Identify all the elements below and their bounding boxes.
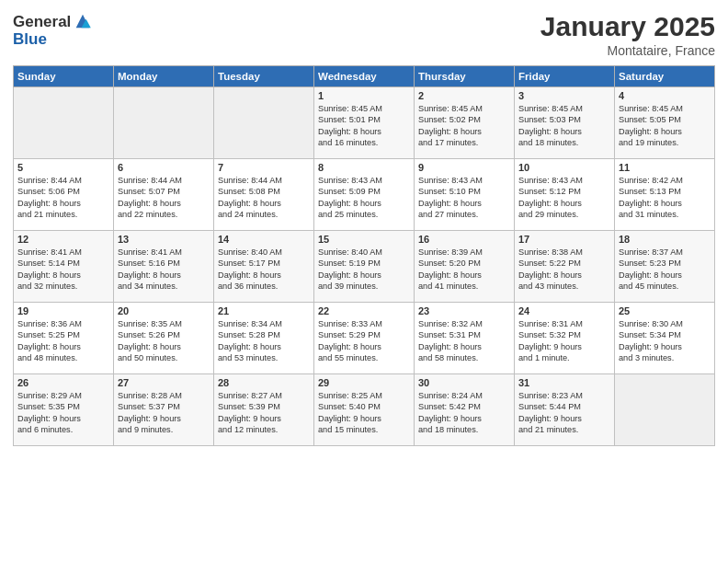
day-number: 30 bbox=[418, 377, 510, 388]
calendar-week-row: 26Sunrise: 8:29 AM Sunset: 5:35 PM Dayli… bbox=[14, 374, 715, 446]
day-number: 4 bbox=[619, 90, 711, 101]
cell-content: Sunrise: 8:45 AM Sunset: 5:02 PM Dayligh… bbox=[418, 103, 510, 149]
day-number: 27 bbox=[118, 377, 210, 388]
day-number: 1 bbox=[318, 90, 410, 101]
day-number: 16 bbox=[418, 234, 510, 245]
table-row: 28Sunrise: 8:27 AM Sunset: 5:39 PM Dayli… bbox=[214, 374, 314, 446]
table-row: 12Sunrise: 8:41 AM Sunset: 5:14 PM Dayli… bbox=[14, 231, 114, 303]
day-number: 21 bbox=[218, 305, 310, 316]
table-row: 10Sunrise: 8:43 AM Sunset: 5:12 PM Dayli… bbox=[515, 159, 615, 231]
table-row: 9Sunrise: 8:43 AM Sunset: 5:10 PM Daylig… bbox=[415, 159, 515, 231]
day-number: 7 bbox=[218, 162, 310, 173]
table-row: 18Sunrise: 8:37 AM Sunset: 5:23 PM Dayli… bbox=[615, 231, 715, 303]
calendar-week-row: 12Sunrise: 8:41 AM Sunset: 5:14 PM Dayli… bbox=[14, 231, 715, 303]
cell-content: Sunrise: 8:41 AM Sunset: 5:14 PM Dayligh… bbox=[17, 247, 109, 293]
day-number: 29 bbox=[318, 377, 410, 388]
cell-content: Sunrise: 8:45 AM Sunset: 5:03 PM Dayligh… bbox=[518, 103, 610, 149]
cell-content: Sunrise: 8:39 AM Sunset: 5:20 PM Dayligh… bbox=[418, 247, 510, 293]
cell-content: Sunrise: 8:33 AM Sunset: 5:29 PM Dayligh… bbox=[318, 318, 410, 364]
cell-content: Sunrise: 8:40 AM Sunset: 5:19 PM Dayligh… bbox=[318, 247, 410, 293]
day-number: 31 bbox=[518, 377, 610, 388]
title-section: January 2025 Montataire, France bbox=[540, 11, 715, 58]
day-number: 8 bbox=[318, 162, 410, 173]
table-row: 6Sunrise: 8:44 AM Sunset: 5:07 PM Daylig… bbox=[114, 159, 214, 231]
cell-content: Sunrise: 8:34 AM Sunset: 5:28 PM Dayligh… bbox=[218, 318, 310, 364]
day-number: 17 bbox=[518, 234, 610, 245]
day-number: 14 bbox=[218, 234, 310, 245]
table-row: 14Sunrise: 8:40 AM Sunset: 5:17 PM Dayli… bbox=[214, 231, 314, 303]
calendar-table: Sunday Monday Tuesday Wednesday Thursday… bbox=[13, 65, 715, 446]
cell-content: Sunrise: 8:40 AM Sunset: 5:17 PM Dayligh… bbox=[218, 247, 310, 293]
col-thursday: Thursday bbox=[415, 66, 515, 87]
cell-content: Sunrise: 8:30 AM Sunset: 5:34 PM Dayligh… bbox=[619, 318, 711, 364]
table-row: 21Sunrise: 8:34 AM Sunset: 5:28 PM Dayli… bbox=[214, 303, 314, 374]
table-row: 30Sunrise: 8:24 AM Sunset: 5:42 PM Dayli… bbox=[415, 374, 515, 446]
cell-content: Sunrise: 8:41 AM Sunset: 5:16 PM Dayligh… bbox=[118, 247, 210, 293]
cell-content: Sunrise: 8:37 AM Sunset: 5:23 PM Dayligh… bbox=[619, 247, 711, 293]
cell-content: Sunrise: 8:36 AM Sunset: 5:25 PM Dayligh… bbox=[17, 318, 109, 364]
month-title: January 2025 bbox=[540, 11, 715, 41]
day-number: 5 bbox=[17, 162, 109, 173]
day-number: 28 bbox=[218, 377, 310, 388]
day-number: 10 bbox=[518, 162, 610, 173]
day-number: 24 bbox=[518, 305, 610, 316]
logo-general: General bbox=[13, 14, 71, 29]
day-number: 6 bbox=[118, 162, 210, 173]
col-tuesday: Tuesday bbox=[214, 66, 314, 87]
day-number: 2 bbox=[418, 90, 510, 101]
day-number: 15 bbox=[318, 234, 410, 245]
cell-content: Sunrise: 8:25 AM Sunset: 5:40 PM Dayligh… bbox=[318, 390, 410, 436]
day-number: 12 bbox=[17, 234, 109, 245]
table-row: 29Sunrise: 8:25 AM Sunset: 5:40 PM Dayli… bbox=[314, 374, 415, 446]
col-monday: Monday bbox=[114, 66, 214, 87]
calendar-week-row: 1Sunrise: 8:45 AM Sunset: 5:01 PM Daylig… bbox=[14, 87, 715, 159]
table-row: 13Sunrise: 8:41 AM Sunset: 5:16 PM Dayli… bbox=[114, 231, 214, 303]
calendar-week-row: 5Sunrise: 8:44 AM Sunset: 5:06 PM Daylig… bbox=[14, 159, 715, 231]
table-row: 4Sunrise: 8:45 AM Sunset: 5:05 PM Daylig… bbox=[615, 87, 715, 159]
cell-content: Sunrise: 8:35 AM Sunset: 5:26 PM Dayligh… bbox=[118, 318, 210, 364]
cell-content: Sunrise: 8:43 AM Sunset: 5:09 PM Dayligh… bbox=[318, 175, 410, 221]
cell-content: Sunrise: 8:44 AM Sunset: 5:08 PM Dayligh… bbox=[218, 175, 310, 221]
cell-content: Sunrise: 8:23 AM Sunset: 5:44 PM Dayligh… bbox=[518, 390, 610, 436]
table-row: 31Sunrise: 8:23 AM Sunset: 5:44 PM Dayli… bbox=[515, 374, 615, 446]
day-number: 18 bbox=[619, 234, 711, 245]
table-row: 2Sunrise: 8:45 AM Sunset: 5:02 PM Daylig… bbox=[415, 87, 515, 159]
cell-content: Sunrise: 8:29 AM Sunset: 5:35 PM Dayligh… bbox=[17, 390, 109, 436]
table-row bbox=[615, 374, 715, 446]
cell-content: Sunrise: 8:31 AM Sunset: 5:32 PM Dayligh… bbox=[518, 318, 610, 364]
day-number: 9 bbox=[418, 162, 510, 173]
cell-content: Sunrise: 8:28 AM Sunset: 5:37 PM Dayligh… bbox=[118, 390, 210, 436]
cell-content: Sunrise: 8:44 AM Sunset: 5:07 PM Dayligh… bbox=[118, 175, 210, 221]
col-friday: Friday bbox=[515, 66, 615, 87]
logo: General Blue bbox=[13, 11, 93, 47]
col-wednesday: Wednesday bbox=[314, 66, 415, 87]
table-row: 7Sunrise: 8:44 AM Sunset: 5:08 PM Daylig… bbox=[214, 159, 314, 231]
calendar-week-row: 19Sunrise: 8:36 AM Sunset: 5:25 PM Dayli… bbox=[14, 303, 715, 374]
day-number: 20 bbox=[118, 305, 210, 316]
table-row: 11Sunrise: 8:42 AM Sunset: 5:13 PM Dayli… bbox=[615, 159, 715, 231]
day-number: 22 bbox=[318, 305, 410, 316]
cell-content: Sunrise: 8:42 AM Sunset: 5:13 PM Dayligh… bbox=[619, 175, 711, 221]
table-row: 26Sunrise: 8:29 AM Sunset: 5:35 PM Dayli… bbox=[14, 374, 114, 446]
table-row: 15Sunrise: 8:40 AM Sunset: 5:19 PM Dayli… bbox=[314, 231, 415, 303]
table-row bbox=[14, 87, 114, 159]
table-row bbox=[114, 87, 214, 159]
table-row: 23Sunrise: 8:32 AM Sunset: 5:31 PM Dayli… bbox=[415, 303, 515, 374]
cell-content: Sunrise: 8:38 AM Sunset: 5:22 PM Dayligh… bbox=[518, 247, 610, 293]
day-number: 13 bbox=[118, 234, 210, 245]
cell-content: Sunrise: 8:32 AM Sunset: 5:31 PM Dayligh… bbox=[418, 318, 510, 364]
day-number: 26 bbox=[17, 377, 109, 388]
cell-content: Sunrise: 8:44 AM Sunset: 5:06 PM Dayligh… bbox=[17, 175, 109, 221]
table-row: 1Sunrise: 8:45 AM Sunset: 5:01 PM Daylig… bbox=[314, 87, 415, 159]
table-row: 8Sunrise: 8:43 AM Sunset: 5:09 PM Daylig… bbox=[314, 159, 415, 231]
header-row: Sunday Monday Tuesday Wednesday Thursday… bbox=[14, 66, 715, 87]
table-row: 19Sunrise: 8:36 AM Sunset: 5:25 PM Dayli… bbox=[14, 303, 114, 374]
table-row: 20Sunrise: 8:35 AM Sunset: 5:26 PM Dayli… bbox=[114, 303, 214, 374]
logo-icon bbox=[73, 11, 93, 31]
day-number: 23 bbox=[418, 305, 510, 316]
location: Montataire, France bbox=[540, 43, 715, 58]
header: General Blue January 2025 Montataire, Fr… bbox=[13, 11, 715, 58]
logo-blue: Blue bbox=[13, 31, 93, 47]
table-row: 25Sunrise: 8:30 AM Sunset: 5:34 PM Dayli… bbox=[615, 303, 715, 374]
day-number: 3 bbox=[518, 90, 610, 101]
